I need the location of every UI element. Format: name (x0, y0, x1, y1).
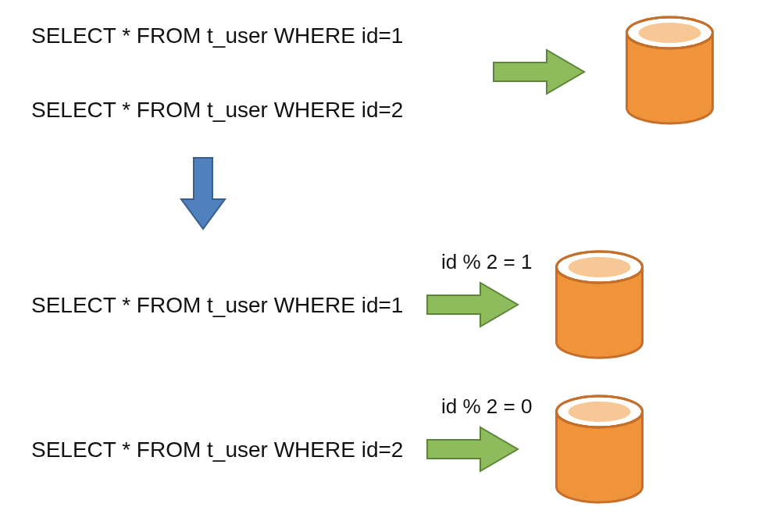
arrow-right-bottom (426, 426, 519, 473)
database-mid (555, 250, 644, 359)
svg-point-2 (639, 23, 701, 43)
annotation-mod-0: id % 2 = 0 (441, 395, 532, 419)
sql-query-1: SELECT * FROM t_user WHERE id=1 (31, 23, 403, 48)
svg-point-8 (569, 402, 631, 422)
database-top (625, 16, 715, 125)
annotation-mod-1: id % 2 = 1 (441, 250, 532, 274)
arrow-down (180, 156, 226, 230)
svg-point-5 (569, 257, 631, 277)
database-bottom (555, 395, 644, 504)
sql-query-2: SELECT * FROM t_user WHERE id=2 (31, 98, 403, 123)
arrow-right-top (492, 48, 586, 95)
sql-query-4: SELECT * FROM t_user WHERE id=2 (31, 437, 403, 462)
arrow-right-mid (426, 281, 519, 328)
sql-query-3: SELECT * FROM t_user WHERE id=1 (31, 293, 403, 318)
